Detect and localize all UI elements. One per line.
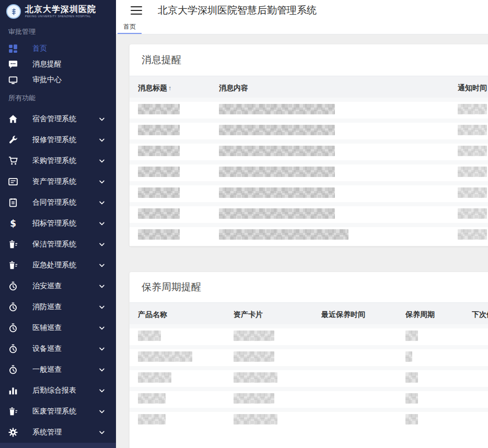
column-header[interactable]: 消息标题↑ <box>138 84 219 93</box>
chevron-down-icon <box>98 115 106 123</box>
chevron-down-icon <box>98 366 106 373</box>
hospital-emblem-icon <box>6 4 21 19</box>
redacted-text <box>219 125 335 135</box>
redacted-text <box>405 393 418 404</box>
column-header[interactable]: 消息内容 <box>219 84 458 93</box>
redacted-text <box>138 187 180 198</box>
column-header[interactable]: 保养周期 <box>405 310 472 320</box>
hospital-name-english: PEKING UNIVERSITY SHENZHEN HOSPITAL <box>25 15 96 18</box>
stopwatch-icon <box>8 281 18 291</box>
sidebar-item-1-1[interactable]: 报修管理系统 <box>0 129 116 150</box>
sidebar-item-1-6[interactable]: 保洁管理系统 <box>0 234 116 255</box>
sort-ascending-icon: ↑ <box>168 85 171 92</box>
dashboard-icon <box>8 44 18 53</box>
messages-card-title: 消息提醒 <box>142 53 181 67</box>
column-header[interactable]: 最近保养时间 <box>321 310 405 320</box>
redacted-text <box>138 208 180 219</box>
chevron-down-icon <box>98 408 106 415</box>
chevron-down-icon <box>98 303 106 311</box>
sidebar-item-label: 报修管理系统 <box>32 135 76 145</box>
sidebar-item-0-0[interactable]: 首页 <box>0 41 116 56</box>
trash-lines-icon <box>8 261 18 270</box>
table-row[interactable] <box>130 142 488 162</box>
sidebar-bottom-strip <box>0 443 116 448</box>
sidebar-item-1-13[interactable]: 后勤综合报表 <box>0 380 116 401</box>
chevron-down-icon <box>98 345 106 352</box>
tab-bar: 首页 <box>116 21 488 34</box>
table-row[interactable] <box>130 204 488 225</box>
table-row[interactable] <box>130 410 488 431</box>
redacted-text <box>138 104 180 114</box>
hamburger-icon[interactable] <box>131 6 142 15</box>
sidebar-item-1-9[interactable]: 消防巡查 <box>0 297 116 317</box>
column-header[interactable]: 产品名称 <box>138 310 234 320</box>
sidebar-item-1-0[interactable]: 宿舍管理系统 <box>0 109 116 129</box>
redacted-text <box>219 208 335 219</box>
table-row[interactable] <box>130 183 488 204</box>
redacted-text <box>138 229 180 240</box>
chevron-down-icon <box>98 387 106 394</box>
redacted-text <box>405 351 412 362</box>
monitor-icon <box>8 75 18 85</box>
stopwatch-icon <box>8 302 18 312</box>
sidebar-item-1-7[interactable]: 应急处理系统 <box>0 255 116 276</box>
sidebar-item-1-15[interactable]: 系统管理 <box>0 422 116 443</box>
sidebar-item-1-12[interactable]: 一般巡查 <box>0 359 116 380</box>
content-area: 消息提醒 消息标题↑消息内容通知时间 保养周期提醒 产品名称资产卡片最近保养时间… <box>116 34 488 448</box>
table-row[interactable] <box>130 389 488 410</box>
table-row[interactable] <box>130 121 488 142</box>
column-header[interactable]: 通知时间 <box>458 84 488 93</box>
sidebar-item-label: 系统管理 <box>32 428 62 437</box>
table-row[interactable] <box>130 162 488 183</box>
chevron-down-icon <box>98 157 106 164</box>
table-row[interactable] <box>130 225 488 246</box>
sidebar-item-1-4[interactable]: 合同管理系统 <box>0 192 116 213</box>
table-row[interactable] <box>130 368 488 389</box>
sidebar-item-label: 保洁管理系统 <box>32 240 76 249</box>
bar-chart-icon <box>8 386 18 395</box>
chevron-down-icon <box>98 241 106 248</box>
redacted-text <box>138 393 166 404</box>
sidebar-item-1-3[interactable]: 资产管理系统 <box>0 171 116 192</box>
column-header[interactable]: 下次保养时间 <box>472 310 488 320</box>
redacted-text <box>405 331 418 341</box>
chevron-down-icon <box>98 136 106 144</box>
table-row[interactable] <box>130 326 488 347</box>
home-icon <box>8 114 18 124</box>
sidebar-item-label: 医废管理系统 <box>32 407 76 416</box>
sidebar-item-1-5[interactable]: $招标管理系统 <box>0 213 116 234</box>
sidebar-item-1-14[interactable]: 医废管理系统 <box>0 401 116 422</box>
messages-table-body <box>130 100 488 246</box>
table-row[interactable] <box>130 347 488 368</box>
sidebar-section-label: 所有功能 <box>0 88 116 109</box>
tab-home[interactable]: 首页 <box>118 21 142 34</box>
redacted-text <box>458 187 487 198</box>
redacted-text <box>234 331 274 341</box>
sidebar-item-1-10[interactable]: 医辅巡查 <box>0 317 116 338</box>
sidebar-item-label: 采购管理系统 <box>32 156 76 166</box>
redacted-text <box>458 146 487 156</box>
chevron-down-icon <box>98 178 106 185</box>
sidebar-item-0-2[interactable]: 审批中心 <box>0 72 116 88</box>
sidebar-item-label: 首页 <box>32 44 47 53</box>
sidebar-item-1-8[interactable]: 治安巡查 <box>0 276 116 297</box>
sidebar-item-label: 招标管理系统 <box>32 219 76 228</box>
redacted-text <box>138 167 180 177</box>
column-header[interactable]: 资产卡片 <box>234 310 321 320</box>
stopwatch-icon <box>8 365 18 374</box>
sidebar-item-1-11[interactable]: 设备巡查 <box>0 338 116 359</box>
contract-icon <box>8 198 18 207</box>
page-title: 北京大学深圳医院智慧后勤管理系统 <box>158 4 317 17</box>
sidebar-item-0-1[interactable]: 消息提醒 <box>0 56 116 72</box>
redacted-text <box>234 372 277 383</box>
redacted-text <box>405 414 418 425</box>
table-row[interactable] <box>130 100 488 121</box>
asset-card-icon <box>8 177 18 186</box>
redacted-text <box>138 351 192 362</box>
redacted-text <box>458 208 487 219</box>
sidebar-item-label: 消防巡查 <box>32 302 62 312</box>
sidebar-item-1-2[interactable]: 采购管理系统 <box>0 150 116 171</box>
redacted-text <box>138 331 161 341</box>
hospital-name: 北京大学深圳医院 <box>25 5 96 14</box>
redacted-text <box>138 146 180 156</box>
